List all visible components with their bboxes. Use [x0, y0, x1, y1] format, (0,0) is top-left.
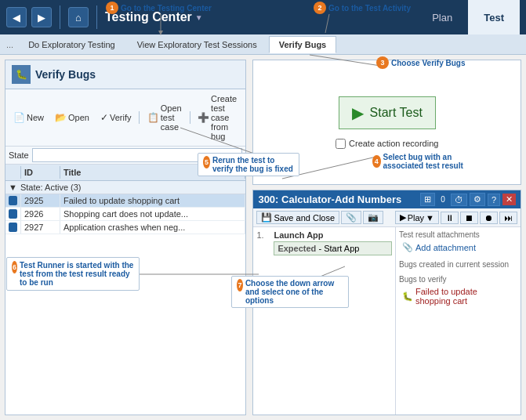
add-attachment-label: Add attachment	[415, 243, 476, 252]
verify-label: Verify	[110, 113, 132, 122]
create-recording-label: Create action recording	[349, 139, 438, 148]
play-button[interactable]: ▶ Play ▼	[395, 211, 439, 224]
bugs-current-title: Bugs created in current session	[399, 260, 517, 269]
attachment-button[interactable]: 📎	[341, 211, 361, 224]
step-button[interactable]: ⏭	[499, 212, 517, 224]
verify-bugs-toolbar: 📄 New 📂 Open ✓ Verify 📋 Open test case ➕…	[5, 89, 245, 147]
create-recording-checkbox[interactable]	[336, 139, 346, 149]
step-action: Launch App	[274, 230, 392, 240]
expand-icon: ▼	[9, 183, 17, 192]
verify-icon: ✓	[100, 112, 108, 123]
start-test-label: Start Test	[370, 106, 423, 120]
test-activity-content: 1. Launch App Expected - Start App	[253, 227, 521, 415]
top-navigation: ◀ ▶ ⌂ Testing Center ▼ Plan Test	[0, 0, 526, 34]
row-check-2	[5, 208, 21, 220]
help-button[interactable]: ?	[488, 194, 500, 206]
bugs-current-section: Bugs created in current session	[399, 260, 517, 269]
nav-tabs: Plan Test	[416, 0, 520, 34]
bug-item-icon: 🐛	[402, 291, 413, 302]
col-check	[5, 166, 21, 179]
group-label: State: Active (3)	[20, 183, 82, 192]
bug-icon-3	[9, 223, 17, 232]
panel-header: 🐛 Verify Bugs	[5, 60, 245, 89]
timer-button[interactable]: ⏱	[451, 194, 467, 206]
open-button[interactable]: 📂 Open	[50, 110, 94, 125]
bug-icon-1	[9, 196, 17, 205]
pause-button[interactable]: ⏸	[441, 212, 459, 224]
tab-test[interactable]: Test	[468, 0, 520, 34]
nav-separator	[60, 5, 60, 29]
open-label: Open	[68, 113, 89, 122]
tab-verify-bugs[interactable]: Verify Bugs	[269, 36, 337, 53]
row-id-1: 2925	[21, 194, 60, 207]
new-button[interactable]: 📄 New	[9, 110, 49, 125]
play-dropdown[interactable]: ▼	[426, 213, 434, 223]
table-row[interactable]: 2927 Application crashes when neg...	[5, 221, 245, 234]
start-icon: ▶	[352, 103, 364, 122]
new-label: New	[27, 113, 44, 122]
close-button[interactable]: ✕	[502, 194, 516, 205]
play-label: Play	[408, 213, 424, 223]
row-id-2: 2926	[21, 208, 60, 220]
play-icon: ▶	[400, 212, 406, 223]
row-title-3: Application crashes when neg...	[60, 221, 245, 234]
step-number: 1.	[256, 230, 269, 255]
row-title-1: Failed to update shopping cart	[60, 194, 245, 207]
tab-plan[interactable]: Plan	[416, 0, 468, 34]
forward-button[interactable]: ▶	[31, 7, 52, 27]
right-panel: ▶ Start Test Create action recording 300…	[252, 60, 521, 415]
table-row[interactable]: 2925 Failed to update shopping cart	[5, 194, 245, 208]
bugs-verify-title: Bugs to verify	[399, 275, 517, 284]
app-title: Testing Center ▼	[105, 10, 412, 24]
nav-separator2	[96, 5, 97, 29]
create-from-bug-button[interactable]: ➕ Create test case from bug	[193, 92, 242, 143]
tab-exploratory-testing[interactable]: Do Exploratory Testing	[18, 36, 125, 53]
bug-icon-2	[9, 209, 17, 219]
settings-button[interactable]: ⚙	[470, 193, 485, 206]
title-dropdown-arrow[interactable]: ▼	[195, 13, 203, 22]
expected-text: Start App	[324, 244, 359, 253]
bugs-verify-section: Bugs to verify 🐛 Failed to update shoppi…	[399, 275, 517, 307]
stop-button[interactable]: ⏹	[460, 212, 478, 224]
test-activity-title: 300: Calculator-Add Numbers	[258, 194, 417, 205]
screenshot-button[interactable]: 📷	[363, 211, 383, 224]
add-attachment-item[interactable]: 📎 Add attachment	[399, 241, 517, 254]
start-test-panel: ▶ Start Test Create action recording	[252, 60, 521, 185]
test-activity-title-area: 300: Calculator-Add Numbers	[258, 194, 417, 205]
back-button[interactable]: ◀	[6, 7, 27, 27]
filter-label: State	[9, 150, 29, 160]
test-activity-toolbar: 💾 Save and Close 📎 📷 ▶ Play ▼ ⏸ ⏹ ⏺ ⏭	[253, 208, 521, 227]
header-buttons: ⊞ 0 ⏱ ⚙ ? ✕	[420, 193, 516, 206]
tab-view-sessions[interactable]: View Exploratory Test Sessions	[127, 36, 267, 53]
verify-bugs-panel: 🐛 Verify Bugs 📄 New 📂 Open ✓ Verify 📋 Op…	[5, 60, 246, 415]
counter-badge: 0	[437, 195, 448, 204]
start-test-button[interactable]: ▶ Start Test	[339, 96, 436, 129]
row-check-1	[5, 194, 21, 207]
record-button[interactable]: ⏺	[480, 212, 498, 224]
table-body: ▼ State: Active (3) 2925 Failed to updat…	[5, 181, 245, 415]
filter-input[interactable]	[32, 148, 243, 162]
open-tc-label: Open test case	[161, 103, 182, 132]
col-id: ID	[21, 166, 60, 179]
attachments-title: Test result attachments	[399, 230, 517, 239]
expected-label: Expected	[278, 244, 316, 253]
table-header: ID Title	[5, 165, 245, 181]
test-activity-sidebar: Test result attachments 📎 Add attachment…	[395, 227, 521, 415]
save-close-button[interactable]: 💾 Save and Close	[256, 211, 339, 224]
main-content: 🐛 Verify Bugs 📄 New 📂 Open ✓ Verify 📋 Op…	[0, 55, 526, 420]
app-title-text: Testing Center	[105, 10, 192, 24]
table-row[interactable]: 2926 Shopping cart does not update...	[5, 208, 245, 221]
home-button[interactable]: ⌂	[68, 7, 89, 27]
group-header: ▼ State: Active (3)	[5, 181, 245, 194]
open-test-case-button[interactable]: 📋 Open test case	[143, 101, 187, 134]
bug-verify-item[interactable]: 🐛 Failed to update shopping cart	[399, 285, 517, 307]
test-activity-header: 300: Calculator-Add Numbers ⊞ 0 ⏱ ⚙ ? ✕	[253, 190, 521, 208]
expected-value: Expected - Start App	[274, 241, 392, 255]
save-close-label: Save and Close	[274, 213, 335, 223]
create-tc-label: Create test case from bug	[211, 94, 238, 141]
test-activity-main: 1. Launch App Expected - Start App	[253, 227, 395, 415]
layout-button[interactable]: ⊞	[420, 193, 435, 206]
verify-button[interactable]: ✓ Verify	[96, 110, 136, 125]
step-row: 1. Launch App Expected - Start App	[256, 230, 392, 255]
col-title: Title	[60, 166, 245, 179]
